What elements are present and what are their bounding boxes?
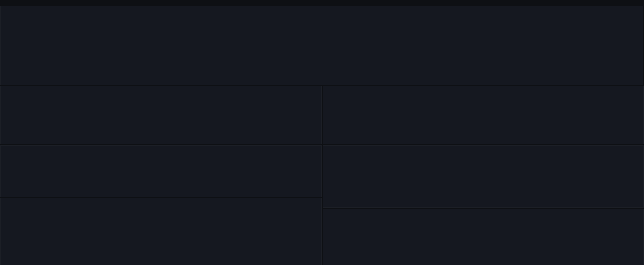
panel-title[interactable] xyxy=(323,146,643,153)
grafana-dashboard xyxy=(0,0,644,265)
panel-title[interactable] xyxy=(323,86,643,94)
chart-provider-rt-p99[interactable] xyxy=(323,217,643,265)
panel-provider-rt-min xyxy=(323,86,644,144)
panel-title[interactable] xyxy=(1,146,321,153)
panel-provider-rt-p95 xyxy=(0,198,322,265)
panel-title[interactable] xyxy=(1,86,321,94)
panel-provider-rt-max xyxy=(0,145,322,197)
chart-provider-rt-p95[interactable] xyxy=(1,206,321,265)
chart-provider-rt-avg[interactable] xyxy=(1,94,321,144)
panel-provider-rt-last xyxy=(323,145,644,208)
panel-provider-rt-p99 xyxy=(323,209,644,265)
panel-title[interactable] xyxy=(1,6,643,13)
chart-provider-rt-max[interactable] xyxy=(1,153,321,197)
chart-provider-rt-sum[interactable] xyxy=(1,13,643,85)
chart-provider-rt-min[interactable] xyxy=(323,94,643,144)
panel-title[interactable] xyxy=(1,198,321,206)
panel-provider-rt-sum xyxy=(0,6,643,85)
panel-provider-rt-avg xyxy=(0,86,322,144)
chart-provider-rt-last[interactable] xyxy=(323,153,643,207)
panel-title[interactable] xyxy=(323,209,643,217)
dashboard-row-header[interactable] xyxy=(2,0,4,6)
